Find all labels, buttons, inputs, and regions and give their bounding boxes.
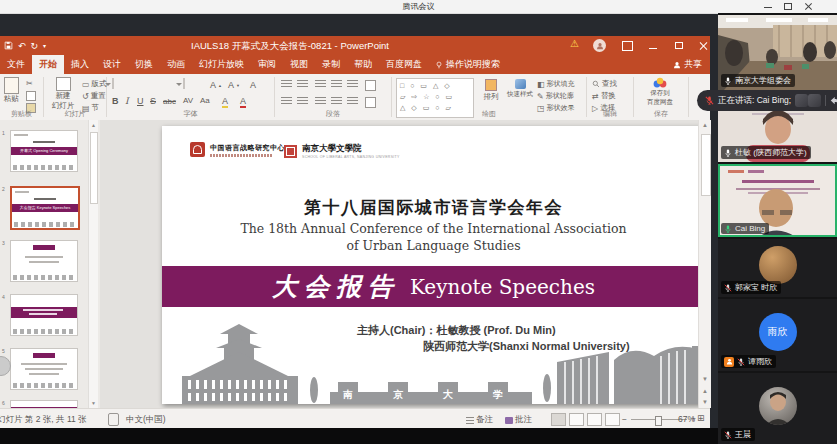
video-tile-room[interactable]: 南京大学组委会 (718, 15, 837, 90)
save-to-baidu-button[interactable]: 保存到 百度网盘 (636, 77, 684, 107)
ppt-minimize-icon[interactable] (648, 41, 658, 50)
video-tile-guojiabao[interactable]: 郭家宝 时欣 (718, 239, 837, 297)
justify-button[interactable] (331, 97, 342, 106)
slide-sorter-view-button[interactable] (569, 413, 584, 426)
tab-help[interactable]: 帮助 (347, 55, 379, 74)
tab-baidu-netdisk[interactable]: 百度网盘 (379, 55, 429, 74)
text-shadow-button[interactable]: abc (163, 97, 176, 106)
close-icon[interactable] (804, 2, 812, 10)
text-direction-button[interactable] (365, 80, 376, 91)
ppt-restore-icon[interactable] (674, 41, 684, 50)
scroll-up-icon[interactable]: ▲ (702, 122, 708, 128)
share-button[interactable]: 共享 (673, 55, 702, 74)
minimize-icon[interactable] (764, 2, 772, 10)
italic-button[interactable]: I (125, 96, 129, 106)
slide-thumbnail-5[interactable] (10, 348, 78, 390)
scrollbar-thumb[interactable] (90, 132, 98, 204)
shape-outline-button[interactable]: ✎形状轮廓 (537, 91, 574, 101)
underline-button[interactable]: U (137, 96, 144, 106)
slideshow-view-button[interactable] (605, 413, 620, 426)
bullets-button[interactable] (281, 80, 292, 89)
notes-toggle[interactable]: 备注 (466, 414, 493, 426)
new-slide-button[interactable]: 新建 幻灯片 (47, 77, 79, 111)
find-button[interactable]: 查找 (592, 79, 617, 89)
tab-home[interactable]: 开始 (32, 55, 64, 74)
arrange-button[interactable]: 排列 (478, 78, 504, 102)
normal-view-button[interactable] (551, 413, 566, 426)
align-text-button[interactable] (365, 97, 376, 108)
video-tile-caibing[interactable]: Cai Bing (718, 164, 837, 237)
tab-design[interactable]: 设计 (96, 55, 128, 74)
font-size-dropdown[interactable] (183, 78, 185, 89)
reset-button[interactable]: ↺重置 (82, 91, 106, 101)
slide-scrollbar[interactable]: ▲ ▼ ▲ ▼ (698, 120, 711, 408)
character-spacing-button[interactable]: AV (183, 96, 193, 105)
tab-review[interactable]: 审阅 (251, 55, 283, 74)
tell-me-search[interactable]: 操作说明搜索 (429, 55, 506, 74)
font-name-dropdown[interactable] (112, 78, 114, 89)
change-case-button[interactable]: Aa (200, 96, 210, 105)
decrease-indent-button[interactable] (315, 80, 326, 89)
scroll-down-icon[interactable]: ▼ (91, 400, 96, 406)
shrink-font-button[interactable]: A▼ (228, 80, 240, 90)
bold-button[interactable]: B (112, 96, 119, 106)
scrollbar-thumb[interactable] (701, 134, 711, 196)
layout-button[interactable]: ▭版式 (82, 79, 107, 89)
video-tile-yuxin[interactable]: 雨欣 谭雨欣 (718, 299, 837, 371)
maximize-icon[interactable] (784, 2, 792, 10)
next-slide-icon[interactable]: ▼ (702, 399, 708, 405)
video-tile-wangchen[interactable]: 王晨 (718, 373, 837, 444)
clear-formatting-button[interactable]: A (250, 80, 256, 90)
align-left-button[interactable] (281, 97, 292, 106)
slide-thumbnail-1[interactable]: 开幕式 Opening Ceremony (10, 130, 78, 172)
scroll-up-icon[interactable]: ▲ (91, 122, 96, 128)
grow-font-button[interactable]: A▲ (210, 80, 222, 90)
thumbnail-scrollbar[interactable]: ▲ ▼ (88, 120, 98, 408)
shape-fill-button[interactable]: ◧形状填充 (537, 79, 575, 89)
replace-button[interactable]: ⇄替换 (592, 91, 616, 101)
numbering-button[interactable] (297, 80, 308, 89)
ppt-close-icon[interactable] (698, 41, 708, 50)
copy-icon (26, 91, 36, 101)
cut-button[interactable]: ✂ (26, 79, 33, 88)
reading-view-button[interactable] (587, 413, 602, 426)
tab-record[interactable]: 录制 (315, 55, 347, 74)
tab-insert[interactable]: 插入 (64, 55, 96, 74)
columns-button[interactable] (347, 97, 358, 106)
justify-icon (331, 97, 342, 106)
zoom-level[interactable]: 67% (678, 414, 695, 424)
fit-to-window-icon[interactable]: ⊞ (697, 413, 705, 423)
scroll-down-icon[interactable]: ▼ (702, 376, 708, 382)
slide-thumbnail-4[interactable] (10, 294, 78, 336)
copy-button[interactable] (26, 91, 36, 101)
language-indicator[interactable]: 中文(中国) (126, 414, 166, 426)
alert-icon[interactable]: ⚠ (570, 38, 579, 49)
slide-thumbnail-2-selected[interactable]: 大会报告 Keynote Speeches (10, 186, 80, 230)
previous-slide-icon[interactable]: ▲ (702, 388, 708, 394)
paste-button[interactable]: 粘贴 (0, 77, 22, 104)
tab-slideshow[interactable]: 幻灯片放映 (192, 55, 251, 74)
tab-file[interactable]: 文件 (0, 55, 32, 74)
slide-thumbnail-6[interactable] (10, 400, 78, 408)
ribbon-display-options-icon[interactable] (622, 41, 633, 51)
slide-thumbnail-3[interactable] (10, 240, 78, 282)
slide[interactable]: 中国语言战略研究中心 南京大學文學院 SCHOOL OF LIBERAL ART… (162, 126, 698, 404)
account-avatar[interactable] (593, 39, 606, 52)
accessibility-icon[interactable] (108, 413, 119, 426)
tab-transitions[interactable]: 切换 (128, 55, 160, 74)
reply-arrow-icon[interactable] (830, 96, 837, 106)
zoom-slider-thumb[interactable] (655, 416, 662, 426)
highlight-color-button[interactable]: A (222, 96, 228, 108)
strikethrough-button[interactable]: S (150, 96, 156, 106)
tab-animations[interactable]: 动画 (160, 55, 192, 74)
comments-toggle[interactable]: 批注 (505, 414, 532, 426)
speaking-toast[interactable]: 正在讲话: Cai Bing; (697, 90, 837, 111)
tab-view[interactable]: 视图 (283, 55, 315, 74)
zoom-out-button[interactable]: − (622, 414, 627, 424)
align-right-button[interactable] (315, 97, 326, 106)
align-center-button[interactable] (297, 97, 308, 106)
font-color-button[interactable]: A (240, 96, 246, 108)
quick-styles-button[interactable]: 快速样式 (506, 78, 534, 99)
line-spacing-button[interactable] (347, 80, 358, 89)
increase-indent-button[interactable] (331, 80, 342, 89)
